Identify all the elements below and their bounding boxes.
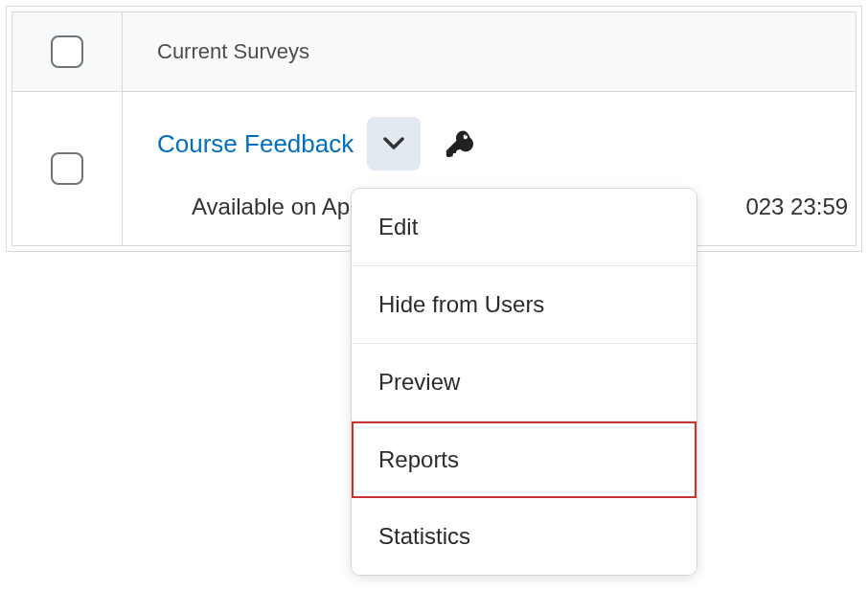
- chevron-down-icon: [383, 137, 404, 150]
- select-all-cell: [12, 12, 123, 91]
- header-label: Current Surveys: [123, 12, 856, 91]
- special-access-button[interactable]: [444, 128, 474, 159]
- row-checkbox-cell: [12, 92, 123, 245]
- menu-item-preview[interactable]: Preview: [352, 344, 697, 421]
- availability-prefix: Available on Ap: [192, 193, 350, 219]
- survey-title-row: Course Feedback: [157, 117, 856, 171]
- menu-item-edit[interactable]: Edit: [352, 189, 697, 266]
- availability-suffix: 023 23:59: [745, 193, 848, 219]
- key-icon: [444, 128, 474, 159]
- table-header-row: Current Surveys: [12, 12, 856, 92]
- menu-item-reports[interactable]: Reports: [352, 421, 697, 498]
- context-menu-button[interactable]: [367, 117, 421, 171]
- menu-item-hide[interactable]: Hide from Users: [352, 266, 697, 344]
- row-checkbox[interactable]: [51, 152, 83, 185]
- context-menu: Edit Hide from Users Preview Reports Sta…: [351, 188, 697, 576]
- menu-item-statistics[interactable]: Statistics: [352, 498, 697, 575]
- column-header-text: Current Surveys: [157, 39, 309, 64]
- survey-title-link[interactable]: Course Feedback: [157, 129, 354, 159]
- select-all-checkbox[interactable]: [51, 35, 83, 68]
